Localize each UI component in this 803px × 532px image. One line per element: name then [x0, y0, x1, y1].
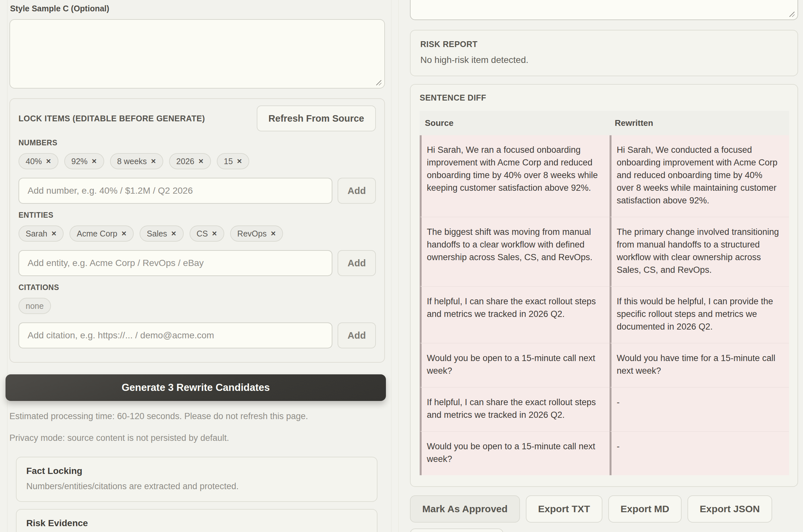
chip-label: Acme Corp — [77, 229, 117, 239]
chip-label: Sarah — [26, 229, 48, 239]
remove-chip-icon[interactable]: ✕ — [122, 230, 127, 238]
number-chip: 40%✕ — [19, 153, 58, 169]
add-number-button[interactable]: Add — [338, 178, 376, 204]
generate-candidates-button[interactable]: Generate 3 Rewrite Candidates — [5, 374, 386, 401]
risk-report-body: No high-risk item detected. — [420, 55, 788, 65]
entity-chip: RevOps✕ — [230, 225, 283, 242]
chip-label: CS — [197, 229, 208, 239]
numbers-label: NUMBERS — [19, 138, 376, 147]
lock-items-title: LOCK ITEMS (EDITABLE BEFORE GENERATE) — [19, 114, 257, 123]
info-card-title: Fact Locking — [26, 466, 367, 476]
info-card-description: Numbers/entities/citations are extracted… — [26, 481, 367, 491]
citations-label: CITATIONS — [19, 283, 376, 292]
diff-rewritten-cell: If this would be helpful, I can provide … — [610, 286, 789, 343]
sentence-diff-card: SENTENCE DIFF Source Rewritten Hi Sarah,… — [410, 84, 798, 487]
action-button[interactable]: Mark As Approved — [410, 495, 520, 522]
left-panel: Style Sample C (Optional) LOCK ITEMS (ED… — [7, 0, 391, 532]
diff-header-row: Source Rewritten — [420, 111, 789, 135]
info-card: Risk Evidence Each candidate carries ris… — [16, 509, 377, 532]
entity-chip: Acme Corp✕ — [70, 225, 134, 242]
add-entity-row: Add — [19, 250, 376, 276]
diff-rewritten-cell: Would you have time for a 15-minute call… — [610, 343, 789, 387]
entity-chip: Sarah✕ — [19, 225, 63, 242]
action-button[interactable]: Export JSON — [688, 495, 772, 522]
diff-rewritten-cell: - — [610, 431, 789, 475]
diff-rewritten-cell: - — [610, 387, 789, 431]
diff-source-cell: The biggest shift was moving from manual… — [420, 217, 610, 286]
entities-chip-list: Sarah✕ Acme Corp✕ Sales✕ CS✕ RevOps✕ — [19, 225, 376, 242]
processing-note: Estimated processing time: 60-120 second… — [10, 411, 385, 421]
add-number-input[interactable] — [19, 178, 332, 204]
add-citation-input[interactable] — [19, 322, 332, 348]
add-entity-input[interactable] — [19, 250, 332, 276]
diff-source-cell: Would you be open to a 15-minute call ne… — [420, 343, 610, 387]
chip-label: 92% — [71, 157, 88, 166]
lock-items-header: LOCK ITEMS (EDITABLE BEFORE GENERATE) Re… — [19, 106, 376, 131]
risk-report-title: RISK REPORT — [420, 40, 788, 49]
add-citation-row: Add — [19, 322, 376, 348]
action-button[interactable]: Export TXT — [526, 495, 602, 522]
diff-row: Hi Sarah, We ran a focused onboarding im… — [420, 135, 789, 217]
feedback-row: Give Feedback — [410, 528, 798, 532]
remove-chip-icon[interactable]: ✕ — [46, 157, 51, 165]
diff-source-header: Source — [420, 111, 610, 135]
citations-chip-list: none — [19, 298, 376, 314]
diff-rewritten-header: Rewritten — [610, 111, 789, 135]
style-sample-c-label: Style Sample C (Optional) — [10, 4, 385, 13]
remove-chip-icon[interactable]: ✕ — [237, 157, 242, 165]
chip-label: 8 weeks — [117, 157, 147, 166]
diff-row: If helpful, I can share the exact rollou… — [420, 387, 789, 431]
risk-report-card: RISK REPORT No high-risk item detected. — [410, 30, 798, 76]
output-textarea[interactable] — [410, 0, 798, 20]
remove-chip-icon[interactable]: ✕ — [270, 230, 276, 238]
number-chip: 8 weeks✕ — [110, 153, 163, 169]
number-chip: 2026✕ — [169, 153, 211, 169]
chip-label: 40% — [26, 157, 42, 166]
diff-row: Would you be open to a 15-minute call ne… — [420, 431, 789, 475]
sentence-diff-table: Source Rewritten Hi Sarah, We ran a focu… — [420, 111, 789, 475]
diff-rewritten-cell: The primary change involved transitionin… — [610, 217, 789, 286]
remove-chip-icon[interactable]: ✕ — [198, 157, 204, 165]
chip-label: none — [26, 301, 44, 311]
export-actions-row: Mark As Approved Export TXT Export MD Ex… — [410, 495, 798, 522]
chip-label: 15 — [224, 157, 233, 166]
entities-label: ENTITIES — [19, 211, 376, 220]
lock-items-card: LOCK ITEMS (EDITABLE BEFORE GENERATE) Re… — [10, 98, 385, 363]
diff-row: If helpful, I can share the exact rollou… — [420, 286, 789, 343]
diff-source-cell: If helpful, I can share the exact rollou… — [420, 286, 610, 343]
style-sample-c-textarea[interactable] — [10, 19, 385, 89]
remove-chip-icon[interactable]: ✕ — [51, 230, 57, 238]
number-chip: 92%✕ — [64, 153, 104, 169]
add-number-row: Add — [19, 178, 376, 204]
number-chip: 15✕ — [217, 153, 249, 169]
chip-label: Sales — [147, 229, 167, 239]
right-panel: RISK REPORT No high-risk item detected. … — [398, 0, 803, 532]
add-entity-button[interactable]: Add — [338, 250, 376, 276]
diff-rewritten-cell: Hi Sarah, We conducted a focused onboard… — [610, 135, 789, 217]
refresh-from-source-button[interactable]: Refresh From Source — [257, 106, 376, 131]
diff-source-cell: If helpful, I can share the exact rollou… — [420, 387, 610, 431]
info-card-title: Risk Evidence — [26, 518, 367, 528]
diff-source-cell: Hi Sarah, We ran a focused onboarding im… — [420, 135, 610, 217]
action-button[interactable]: Export MD — [608, 495, 681, 522]
chip-label: RevOps — [237, 229, 266, 239]
add-citation-button[interactable]: Add — [338, 322, 376, 348]
remove-chip-icon[interactable]: ✕ — [151, 157, 156, 165]
diff-row: The biggest shift was moving from manual… — [420, 217, 789, 286]
numbers-chip-list: 40%✕ 92%✕ 8 weeks✕ 2026✕ 15✕ — [19, 153, 376, 169]
remove-chip-icon[interactable]: ✕ — [171, 230, 176, 238]
diff-row: Would you be open to a 15-minute call ne… — [420, 343, 789, 387]
entity-chip: Sales✕ — [139, 225, 183, 242]
privacy-note: Privacy mode: source content is not pers… — [10, 433, 385, 443]
remove-chip-icon[interactable]: ✕ — [212, 230, 217, 238]
info-card-list: Fact Locking Numbers/entities/citations … — [16, 457, 377, 532]
entity-chip: CS✕ — [190, 225, 225, 242]
diff-source-cell: Would you be open to a 15-minute call ne… — [420, 431, 610, 475]
give-feedback-button[interactable]: Give Feedback — [410, 528, 503, 532]
chip-label: 2026 — [176, 157, 194, 166]
remove-chip-icon[interactable]: ✕ — [92, 157, 97, 165]
citation-chip: none — [19, 298, 51, 314]
sentence-diff-title: SENTENCE DIFF — [420, 93, 788, 102]
info-card: Fact Locking Numbers/entities/citations … — [16, 457, 377, 502]
